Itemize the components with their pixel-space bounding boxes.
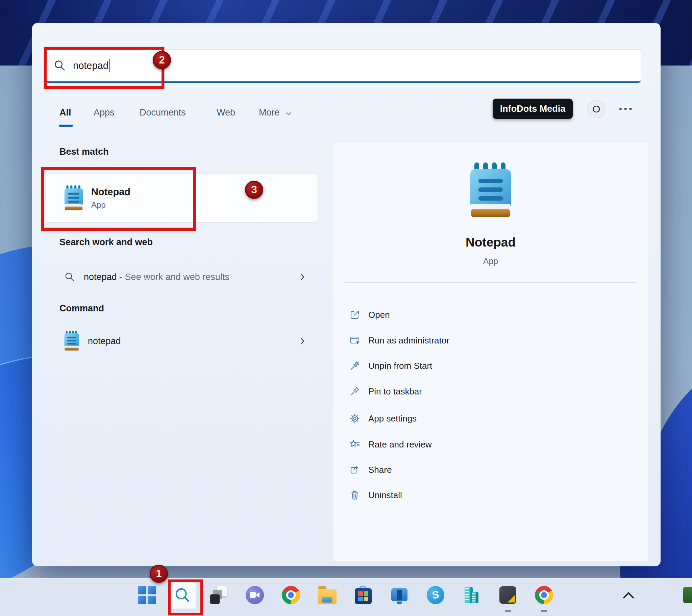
taskbar [0,578,692,616]
annotation-step-1: 1 [150,565,168,583]
action-share[interactable]: Share [333,459,648,480]
chat-icon [246,586,264,604]
action-rate-and-review[interactable]: Rate and review [333,434,648,455]
windows-logo-icon [138,586,156,604]
action-label: Pin to taskbar [368,386,422,397]
action-label: Open [368,310,390,320]
annotation-box-best-match [41,167,196,231]
action-label: App settings [368,413,417,424]
account-avatar[interactable]: O [587,100,605,118]
action-pin-to-taskbar[interactable]: Pin to taskbar [333,381,648,402]
unpin-icon [349,360,360,371]
tray-chevron-button[interactable] [619,586,638,604]
preview-title: Notepad [333,235,648,249]
more-options-icon[interactable]: ••• [619,104,634,114]
file-explorer-button[interactable] [318,586,337,604]
notebook-icon [499,586,516,604]
annotation-step-3: 3 [245,181,263,199]
action-label: Unpin from Start [368,361,432,371]
notepad-app-icon-large [470,162,511,219]
action-label: Run as administrator [368,335,449,346]
tray-hidden-app-icon[interactable] [683,587,692,603]
running-indicator [541,610,547,612]
chevron-up-icon [623,591,634,599]
search-icon [64,271,75,282]
tab-documents[interactable]: Documents [139,107,186,118]
phone-link-button[interactable] [390,586,409,604]
chevron-right-icon [300,337,305,346]
task-view-button[interactable] [209,586,228,604]
annotation-box-search-field [44,47,164,89]
action-unpin-from-start[interactable]: Unpin from Start [333,355,648,376]
web-search-hint: - See work and web results [117,272,230,282]
action-run-as-administrator[interactable]: Run as administrator [333,330,648,351]
pin-icon [349,386,360,397]
action-open[interactable]: Open [333,304,648,325]
notepad-app-icon [64,331,79,351]
gear-icon [349,413,360,424]
chrome-icon [282,586,300,604]
action-label: Uninstall [368,490,402,501]
file-explorer-icon [318,589,337,604]
tab-all[interactable]: All [60,107,71,118]
chevron-right-icon [300,272,305,281]
divider [345,282,636,283]
search-flyout-window: notepad All Apps Documents Web More Info… [32,23,661,566]
preview-pane: Notepad App Open Run as administrator [333,141,648,561]
command-header: Command [60,303,104,314]
tab-more-label: More [259,107,280,117]
start-button[interactable] [137,586,156,604]
active-tab-underline [59,125,73,127]
command-result[interactable]: notepad [46,328,318,355]
chevron-down-icon [285,112,291,115]
notebook-app-button[interactable] [498,586,517,604]
store-icon [355,588,372,604]
share-icon [349,464,360,475]
tab-more[interactable]: More [259,107,291,118]
skype-button[interactable]: S [426,586,445,604]
web-search-query: notepad [84,272,117,282]
skype-icon: S [426,585,445,605]
store-button[interactable] [354,586,373,604]
trash-icon [349,490,360,501]
server-blocks-icon [462,587,481,604]
preview-subtitle: App [333,256,648,266]
web-search-result[interactable]: notepad - See work and web results [46,263,318,290]
best-match-header: Best match [60,147,109,157]
star-rate-icon [349,439,360,450]
chrome-icon [535,586,553,604]
tab-web[interactable]: Web [217,107,235,118]
action-label: Rate and review [368,439,432,450]
brand-watermark-badge: InfoDots Media [493,98,573,119]
screen: notepad All Apps Documents Web More Info… [0,0,692,616]
annotation-box-taskbar-search [168,579,203,615]
phone-link-icon [390,588,409,604]
web-search-header: Search work and web [60,237,153,247]
server-app-button[interactable] [462,586,481,604]
action-app-settings[interactable]: App settings [333,408,648,429]
command-label: notepad [88,336,121,347]
action-uninstall[interactable]: Uninstall [333,485,648,506]
running-indicator [505,610,511,612]
action-label: Share [368,465,392,475]
open-icon [349,309,360,320]
task-view-icon [210,586,228,604]
chrome-button[interactable] [281,586,300,604]
chrome-button-2[interactable] [535,586,554,604]
tab-apps[interactable]: Apps [93,107,114,118]
admin-shield-icon [349,335,360,346]
annotation-step-2: 2 [153,51,171,69]
chat-button[interactable] [245,586,264,604]
